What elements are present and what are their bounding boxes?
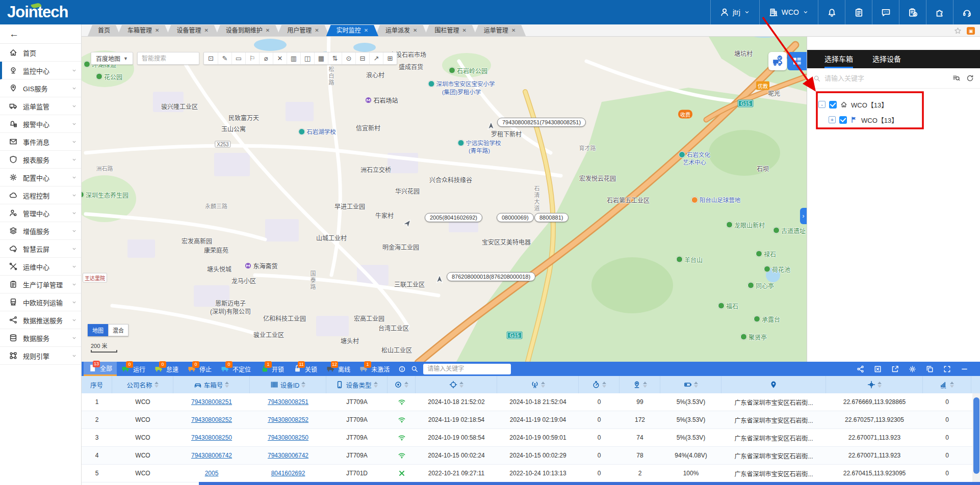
- table-row[interactable]: 2WCO794308008252794308008252JT709A2024-1…: [82, 411, 980, 429]
- close-icon[interactable]: ✕: [364, 25, 368, 36]
- sidebar-item-报警中心[interactable]: 报警中心: [0, 115, 81, 133]
- filter-button[interactable]: [869, 365, 886, 373]
- headset-button[interactable]: [953, 0, 980, 24]
- status-filter-不定位[interactable]: 0不定位: [216, 362, 255, 376]
- table-vertical-scrollbar[interactable]: [972, 393, 980, 482]
- column-header-direction[interactable]: [620, 376, 660, 393]
- sidebar-item-生产订单管理[interactable]: 生产订单管理: [0, 276, 81, 293]
- column-header-recvtime[interactable]: [497, 376, 579, 393]
- column-header-devtype[interactable]: 设备类型: [326, 376, 388, 393]
- status-filter-离线[interactable]: 12离线: [322, 362, 355, 376]
- status-filter-停止[interactable]: 0停止: [183, 362, 216, 376]
- status-filter-全部[interactable]: 13全部: [84, 362, 117, 376]
- tree-checkbox[interactable]: [839, 116, 847, 124]
- info-icon[interactable]: [398, 365, 406, 373]
- box-link[interactable]: 794308006742: [191, 452, 232, 459]
- sidebar-item-运单监管[interactable]: 运单监管: [0, 97, 81, 115]
- export-box-button[interactable]: [886, 365, 904, 373]
- sidebar-collapse-button[interactable]: ←: [0, 24, 81, 44]
- cluster-icon[interactable]: ▥: [287, 52, 300, 64]
- sidebar-item-中欧班列运输[interactable]: 中欧班列运输: [0, 293, 81, 311]
- user-menu[interactable]: jtrj: [710, 0, 759, 24]
- column-header-gpstime[interactable]: [416, 376, 497, 393]
- tree-checkbox[interactable]: [829, 101, 837, 109]
- tab-运单派发[interactable]: 运单派发✕: [375, 25, 427, 36]
- sidebar-item-增值服务[interactable]: 增值服务: [0, 222, 81, 240]
- tab-车箱管理[interactable]: 车箱管理✕: [117, 25, 169, 36]
- vehicle-info-bubble[interactable]: 8800881): [534, 213, 569, 222]
- status-filter-怠速[interactable]: 0怠速: [150, 362, 183, 376]
- column-header-gps[interactable]: GPS: [923, 376, 971, 393]
- close-icon[interactable]: ✕: [204, 25, 208, 36]
- vehicle-info-bubble[interactable]: 876208000018(876208000018): [447, 272, 535, 281]
- table-row[interactable]: 5WCO20058041602692JT701D2022-10-21 09:27…: [82, 465, 980, 482]
- sidebar-item-规则引擎[interactable]: 规则引擎: [0, 347, 81, 365]
- sort-icon[interactable]: [541, 382, 545, 388]
- tree-expander-icon[interactable]: +: [829, 116, 836, 123]
- sidebar-item-事件消息[interactable]: 事件消息: [0, 133, 81, 151]
- clipboard-button[interactable]: [845, 0, 872, 24]
- sidebar-item-数据服务[interactable]: 数据服务: [0, 329, 81, 347]
- target-icon[interactable]: ⊙: [342, 52, 355, 64]
- tree-expander-icon[interactable]: -: [818, 101, 826, 108]
- map-2d-button[interactable]: 地图: [88, 324, 108, 336]
- close-icon[interactable]: ✕: [155, 25, 159, 36]
- table-row[interactable]: 4WCO794308006742794308006742JT709A2024-1…: [82, 447, 980, 465]
- fullscreen-icon[interactable]: ⊞: [383, 52, 397, 64]
- devid-link[interactable]: 794308008252: [268, 416, 308, 423]
- sort-icon[interactable]: [878, 382, 882, 388]
- sort-icon[interactable]: [459, 382, 463, 388]
- table-search-input[interactable]: [423, 364, 511, 374]
- clipboard-clock-button[interactable]: [899, 0, 926, 24]
- favorite-star-icon[interactable]: [954, 27, 962, 35]
- panel-layout-toggle-button[interactable]: [787, 52, 807, 70]
- vehicle-list-float-button[interactable]: [768, 52, 787, 70]
- copy-button[interactable]: [921, 365, 938, 373]
- close-icon[interactable]: ✕: [315, 25, 319, 36]
- sidebar-item-配置中心[interactable]: 配置中心: [0, 169, 81, 186]
- box-link[interactable]: 794308008251: [191, 398, 232, 406]
- sort-icon[interactable]: [225, 382, 229, 388]
- tab-运单管理[interactable]: 运单管理✕: [474, 25, 526, 36]
- map-type-button[interactable]: 百度地图 ▼: [91, 52, 133, 65]
- column-header-coords[interactable]: [826, 376, 923, 393]
- vehicle-marker-icon[interactable]: [486, 121, 496, 131]
- sidebar-item-监控中心[interactable]: 监控中心: [0, 62, 81, 79]
- advanced-search-icon[interactable]: [952, 74, 960, 82]
- bell-button[interactable]: [818, 0, 845, 24]
- sidebar-item-运维中心[interactable]: 运维中心: [0, 258, 81, 276]
- box-link[interactable]: 794308008252: [191, 416, 232, 423]
- status-filter-关锁[interactable]: 11关锁: [289, 362, 322, 376]
- map-canvas[interactable]: 环湖绿道花公园骏兴隆工业区水田社区宝投石岩市场盛成百货浪心村松白路石岩岭公园深圳…: [82, 37, 807, 362]
- refresh-icon[interactable]: [966, 74, 974, 82]
- panel-search-input[interactable]: [823, 74, 946, 83]
- column-header-box[interactable]: 车箱号: [173, 376, 250, 393]
- tab-首页[interactable]: 首页: [88, 25, 120, 36]
- tab-实时监控[interactable]: 实时监控✕: [326, 25, 378, 36]
- map-hybrid-button[interactable]: 混合: [108, 324, 128, 336]
- column-header-devid[interactable]: 设备ID: [250, 376, 326, 393]
- tab-设备到期维护[interactable]: 设备到期维护✕: [216, 25, 280, 36]
- status-filter-开锁[interactable]: 1开锁: [255, 362, 289, 376]
- draw-icon[interactable]: ✎: [218, 52, 231, 64]
- chart-icon[interactable]: ▦: [314, 52, 328, 64]
- column-header-battery[interactable]: [660, 376, 721, 393]
- share-button[interactable]: [852, 365, 869, 373]
- sort-icon[interactable]: [301, 382, 305, 388]
- sort-icon[interactable]: [154, 382, 159, 388]
- smart-search-input[interactable]: [137, 52, 199, 65]
- clear-icon[interactable]: ✕: [273, 52, 287, 64]
- column-header-status[interactable]: [388, 376, 416, 393]
- chat-button[interactable]: [872, 0, 899, 24]
- close-icon[interactable]: ✕: [511, 25, 515, 36]
- sidebar-item-数据推送服务[interactable]: 数据推送服务: [0, 311, 81, 329]
- sort-icon[interactable]: [374, 382, 378, 388]
- column-header-company[interactable]: 公司名称: [112, 376, 173, 393]
- sort-icon[interactable]: [643, 382, 647, 388]
- zoom-box-icon[interactable]: ⊡: [204, 52, 218, 64]
- vehicle-marker-icon[interactable]: [403, 218, 413, 228]
- sort-icon[interactable]: [694, 382, 698, 388]
- org-menu[interactable]: WCO: [759, 0, 818, 24]
- rect-icon[interactable]: ▭: [231, 52, 245, 64]
- vehicle-info-bubble[interactable]: 794308008251(794308008251): [497, 118, 586, 127]
